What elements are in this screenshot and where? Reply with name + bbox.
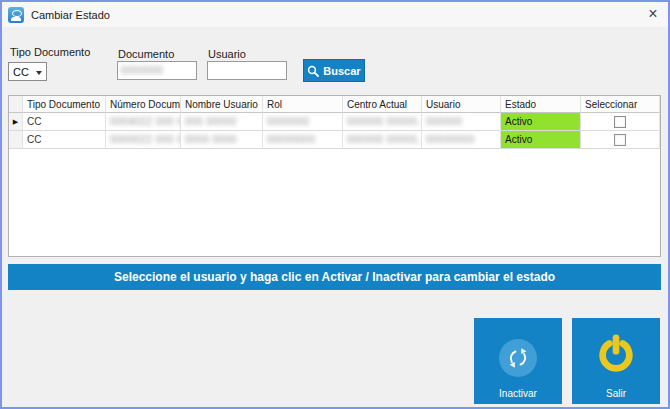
seleccionar-checkbox[interactable] <box>614 116 626 128</box>
cambiar-estado-dialog: Cambiar Estado × Tipo Documento CC Docum… <box>0 0 670 409</box>
buscar-label: Buscar <box>323 65 360 77</box>
cell-tipo: CC <box>23 113 106 131</box>
cell-centro-redacted: 000000 00000... <box>347 116 422 127</box>
col-seleccionar: Seleccionar <box>581 96 660 113</box>
col-nombre-usuario: Nombre Usuario <box>181 96 263 113</box>
cell-rol-redacted: 0000000 <box>267 116 309 127</box>
window-title: Cambiar Estado <box>31 9 110 21</box>
table-row[interactable]: CC 0000022 000 00000 0000 0000 00000000 … <box>9 131 660 149</box>
power-icon <box>595 333 637 379</box>
search-icon <box>307 65 319 77</box>
header-selector-cell <box>9 96 23 113</box>
instruction-banner: Seleccione el usuario y haga clic en Act… <box>8 264 661 290</box>
titlebar: Cambiar Estado × <box>2 2 668 27</box>
seleccionar-checkbox[interactable] <box>614 134 626 146</box>
row-selector-icon: ▶ <box>9 113 23 131</box>
status-badge: Activo <box>501 131 581 149</box>
refresh-icon <box>499 339 537 377</box>
salir-button[interactable]: Salir <box>572 318 660 404</box>
usuario-input[interactable] <box>207 61 287 80</box>
inactivar-label: Inactivar <box>499 388 537 399</box>
col-numero-documento: Número Docum... <box>106 96 181 113</box>
cell-centro-redacted: 000000 00000... <box>347 134 422 145</box>
app-icon <box>8 7 24 23</box>
tipo-documento-label: Tipo Documento <box>10 46 90 58</box>
grid-header-row: Tipo Documento Número Docum... Nombre Us… <box>9 96 660 113</box>
buscar-button[interactable]: Buscar <box>303 59 365 82</box>
status-badge: Activo <box>501 113 581 131</box>
cell-usuario-redacted: 000000 <box>426 116 462 127</box>
cell-numero-redacted: 0000022 000 00000 <box>110 134 181 145</box>
usuario-label: Usuario <box>208 48 246 60</box>
col-tipo-documento: Tipo Documento <box>23 96 106 113</box>
tipo-documento-value: CC <box>13 66 29 78</box>
col-usuario: Usuario <box>422 96 501 113</box>
cell-numero-redacted: 0004022 000 00000 <box>110 116 181 127</box>
close-icon[interactable]: × <box>642 4 664 24</box>
cell-rol-redacted: 00000000 <box>267 134 316 145</box>
salir-label: Salir <box>606 388 626 399</box>
documento-value-redacted: 0000000 <box>121 65 163 76</box>
table-row[interactable]: ▶ CC 0004022 000 00000 000 00000 0000000… <box>9 113 660 131</box>
tipo-documento-select[interactable]: CC <box>8 62 47 81</box>
col-estado: Estado <box>501 96 581 113</box>
chevron-down-icon <box>36 71 42 75</box>
cell-nombre-redacted: 000 00000 <box>185 116 237 127</box>
row-selector-cell <box>9 131 23 149</box>
documento-input[interactable]: 0000000 <box>117 61 197 80</box>
cell-nombre-redacted: 0000 0000 <box>185 134 237 145</box>
documento-label: Documento <box>118 48 174 60</box>
cell-usuario-redacted: 00000000 <box>426 134 475 145</box>
col-centro-actual: Centro Actual <box>343 96 422 113</box>
inactivar-button[interactable]: Inactivar <box>474 318 562 404</box>
users-grid: Tipo Documento Número Docum... Nombre Us… <box>8 95 661 257</box>
cell-tipo: CC <box>23 131 106 149</box>
col-rol: Rol <box>263 96 343 113</box>
